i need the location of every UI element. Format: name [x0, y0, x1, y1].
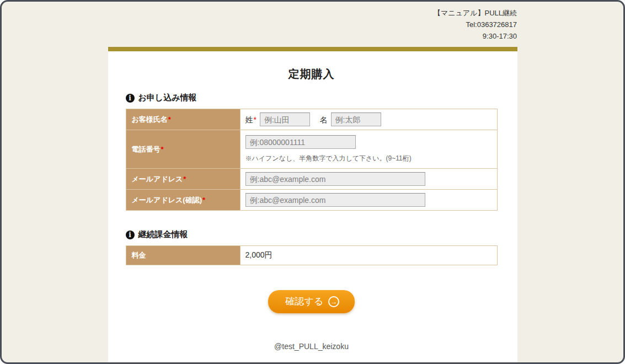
customer-name-value-cell: 姓* 名 [240, 109, 497, 130]
email-confirm-input[interactable] [245, 193, 425, 207]
last-name-label: 姓* [245, 115, 257, 124]
email-value-cell [240, 169, 497, 190]
info-icon: i [126, 231, 135, 239]
application-form-table: お客様氏名* 姓* 名 電話番号* ※ハイフンなし、半角数字で入力して下さい。(… [126, 109, 498, 211]
email-input[interactable] [245, 172, 425, 186]
content-column: 定期購入 i お申し込み情報 お客様氏名* 姓* 名 電話番号* [108, 47, 517, 362]
section-application-info: i お申し込み情報 [126, 93, 498, 103]
page-title: 定期購入 [126, 67, 498, 82]
required-mark: * [161, 145, 164, 153]
required-mark: * [168, 115, 171, 124]
first-name-label: 名 [320, 115, 328, 124]
fee-label-cell: 料金 [126, 246, 240, 265]
phone-input[interactable] [245, 135, 356, 149]
info-icon: i [126, 94, 135, 103]
phone-label-cell: 電話番号* [126, 130, 240, 169]
last-name-input[interactable] [260, 113, 310, 126]
shop-tel: Tel:0363726817 [2, 19, 517, 30]
table-row-email: メールアドレス* [126, 169, 497, 190]
email-label-cell: メールアドレス* [126, 169, 240, 190]
fee-value-cell: 2,000円 [240, 246, 497, 265]
table-row-customer-name: お客様氏名* 姓* 名 [126, 109, 497, 130]
required-mark: * [183, 175, 186, 183]
phone-format-note: ※ハイフンなし、半角数字で入力して下さい。(9~11桁) [245, 154, 492, 163]
required-mark: * [254, 115, 257, 124]
billing-table: 料金 2,000円 [126, 245, 498, 265]
browser-viewport: 【マニュアル】PULL継続 Tel:0363726817 9:30-17:30 … [0, 0, 625, 364]
phone-value-cell: ※ハイフンなし、半角数字で入力して下さい。(9~11桁) [240, 130, 497, 169]
shop-hours: 9:30-17:30 [2, 30, 517, 42]
footer-account-name: @test_PULL_keizoku [126, 342, 498, 351]
email-confirm-label-cell: メールアドレス(確認)* [126, 190, 240, 211]
section-title: お申し込み情報 [138, 93, 197, 103]
required-mark: * [202, 196, 205, 204]
shop-name: 【マニュアル】PULL継続 [2, 7, 517, 19]
email-confirm-value-cell [240, 190, 497, 211]
section-title: 継続課金情報 [138, 229, 188, 240]
first-name-input[interactable] [331, 113, 381, 126]
accent-bar [108, 47, 517, 51]
table-row-phone: 電話番号* ※ハイフンなし、半角数字で入力して下さい。(9~11桁) [126, 130, 497, 169]
table-row-fee: 料金 2,000円 [126, 246, 497, 265]
section-recurring-billing-info: i 継続課金情報 [126, 229, 498, 240]
table-row-email-confirm: メールアドレス(確認)* [126, 190, 497, 211]
customer-name-label-cell: お客様氏名* [126, 109, 240, 130]
arrow-right-icon: → [328, 296, 339, 307]
confirm-button[interactable]: 確認する → [268, 290, 355, 313]
confirm-button-label: 確認する [286, 295, 324, 308]
shop-header: 【マニュアル】PULL継続 Tel:0363726817 9:30-17:30 [2, 2, 623, 47]
fee-value: 2,000円 [245, 249, 492, 261]
